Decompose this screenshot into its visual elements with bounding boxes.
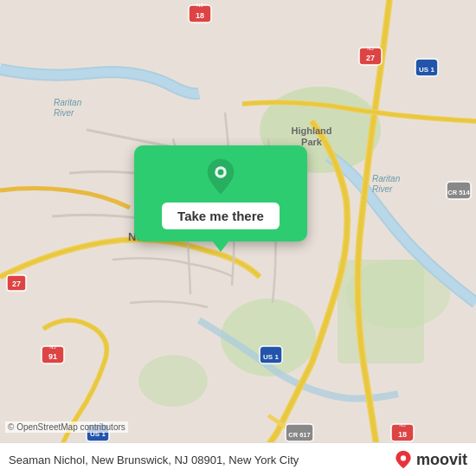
svg-text:Raritan: Raritan	[54, 98, 82, 107]
svg-text:27: 27	[366, 54, 375, 62]
svg-text:NJ: NJ	[196, 3, 203, 8]
svg-text:18: 18	[398, 430, 407, 439]
svg-text:River: River	[372, 184, 393, 194]
svg-text:NJ: NJ	[399, 422, 405, 428]
info-bar: Seaman Nichol, New Brunswick, NJ 08901, …	[0, 442, 476, 476]
svg-text:NJ: NJ	[367, 46, 373, 51]
moovit-logo: moovit	[394, 450, 467, 469]
map-container: 18 NJ 27 NJ US 1 CR 514 91 NJ US 1 US 1 …	[0, 0, 476, 476]
svg-text:27: 27	[12, 280, 21, 288]
svg-text:US 1: US 1	[419, 66, 434, 74]
svg-text:Raritan: Raritan	[372, 174, 401, 183]
svg-text:Park: Park	[301, 137, 323, 147]
svg-text:18: 18	[196, 11, 204, 20]
svg-point-3	[138, 355, 208, 407]
svg-text:River: River	[54, 108, 74, 118]
svg-text:Highland: Highland	[291, 125, 331, 136]
pin-card: Take me there	[134, 145, 307, 241]
svg-text:CR 617: CR 617	[288, 431, 310, 439]
moovit-text: moovit	[416, 451, 467, 469]
svg-text:NJ: NJ	[49, 344, 55, 350]
osm-attribution: © OpenStreetMap contributors	[5, 421, 128, 433]
moovit-icon	[394, 450, 413, 469]
take-me-there-button[interactable]: Take me there	[162, 203, 280, 229]
svg-text:US 1: US 1	[263, 353, 279, 361]
address-text: Seaman Nichol, New Brunswick, NJ 08901, …	[9, 453, 394, 466]
svg-text:91: 91	[48, 352, 57, 361]
svg-point-40	[401, 455, 406, 460]
svg-text:CR 514: CR 514	[447, 189, 470, 196]
svg-point-39	[218, 170, 224, 176]
location-pin-icon	[202, 158, 240, 196]
